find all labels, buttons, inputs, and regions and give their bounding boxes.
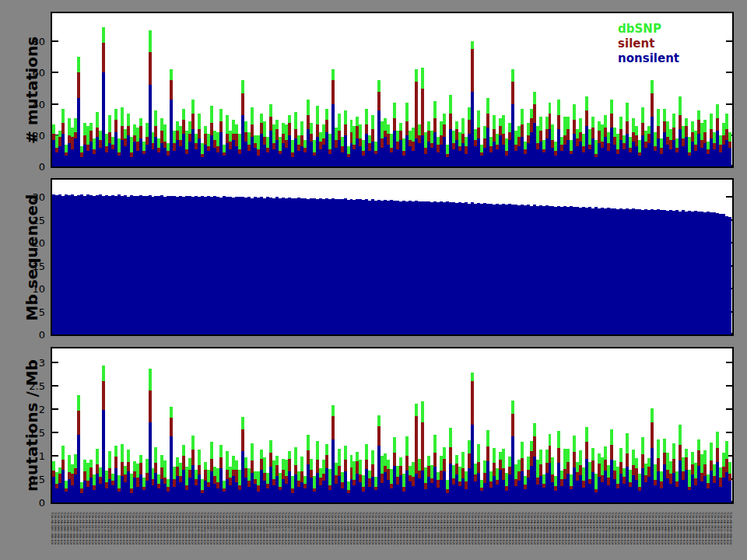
y-tick-label: 20 [32, 237, 45, 249]
sample-bar [728, 13, 731, 166]
y-tick-label: 3 [39, 357, 45, 369]
panel-mb-sequenced: Mb sequenced 051015202530 [51, 178, 734, 336]
y-tick-label: 15 [32, 260, 45, 271]
y-tick-label: 20 [32, 129, 45, 141]
y-tick-label: 0 [39, 497, 45, 509]
legend-item-silent: silent [618, 37, 679, 51]
y-tick-label: 0 [39, 161, 45, 173]
plot-area-mb-sequenced [51, 178, 734, 336]
legend-item-dbsnp: dbSNP [618, 22, 679, 37]
y-axis-title-mb-sequenced: Mb sequenced [23, 194, 41, 320]
x-sample-label-text: TCGA-AB-3019-03B-01W [729, 512, 732, 544]
bar-segment-nonsilent [728, 217, 731, 334]
panel-mutation-counts: # mutations dbSNP silent nonsilent 02040… [51, 12, 734, 168]
plot-area-mutation-counts: dbSNP silent nonsilent [51, 12, 734, 168]
y-tick-label: 60 [32, 67, 45, 79]
mutation-rate-figure: # mutations dbSNP silent nonsilent 02040… [0, 0, 747, 560]
bar-segment-silent [728, 142, 731, 148]
y-tick-label: 1.5 [29, 427, 45, 439]
sample-bar [728, 180, 731, 334]
bar-segment-nonsilent [728, 481, 731, 502]
bar-row [52, 180, 732, 334]
y-tick-label: 30 [32, 191, 45, 203]
y-tick-label: 25 [32, 214, 45, 226]
y-tick-label: 5 [39, 306, 45, 317]
y-tick-label: 1 [39, 450, 45, 462]
legend-item-nonsilent: nonsilent [618, 51, 679, 66]
panel-mutation-rate: mutations / Mb 00.511.522.53 [51, 347, 734, 504]
y-tick-label: 10 [32, 283, 45, 295]
y-tick-label: 0.5 [29, 474, 45, 485]
bar-segment-silent [728, 474, 731, 481]
bar-segment-dbsnp [728, 132, 731, 142]
y-axis-title-mutations: # mutations [23, 36, 41, 143]
y-tick-label: 2 [39, 404, 45, 415]
x-sample-label: TCGA-AB-3019-03B-01W [729, 512, 732, 560]
bar-segment-dbsnp [728, 462, 731, 473]
legend: dbSNP silent nonsilent [618, 22, 679, 66]
plot-area-mutation-rate [51, 347, 734, 504]
y-tick-label: 80 [32, 36, 45, 47]
y-tick-label: 2.5 [29, 380, 45, 392]
bar-row [52, 348, 732, 502]
y-tick-label: 0 [39, 329, 45, 341]
x-axis-sample-labels: TCGA-AB-2801-03B-01WTCGA-AB-2802-03B-01W… [51, 512, 734, 560]
y-tick-label: 40 [32, 98, 45, 110]
sample-bar [728, 348, 731, 502]
bar-segment-nonsilent [728, 148, 731, 166]
